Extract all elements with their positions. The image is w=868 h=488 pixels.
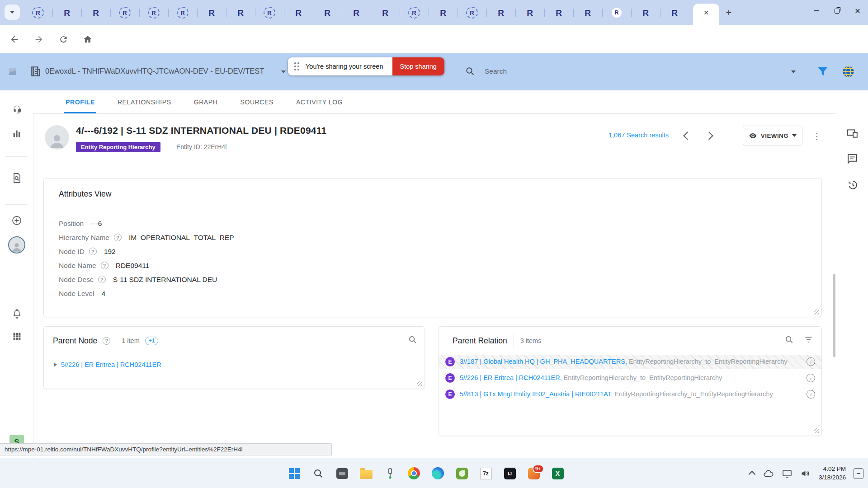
pinned-tab[interactable]: R xyxy=(52,4,81,22)
tenant-dropdown-icon[interactable] xyxy=(281,70,286,73)
globe-button[interactable] xyxy=(842,65,855,78)
taskbar-search-button[interactable] xyxy=(311,467,325,480)
relation-link[interactable]: 5//226 | ER Eritrea | RCH02411ER, xyxy=(460,374,562,381)
forward-button[interactable] xyxy=(30,30,48,48)
page-scrollbar[interactable] xyxy=(833,274,835,357)
pinned-tab[interactable]: R xyxy=(197,4,226,22)
pinned-tab[interactable]: R xyxy=(255,4,284,22)
volume-button[interactable] xyxy=(800,468,811,479)
drag-handle-icon[interactable] xyxy=(294,62,299,70)
parent-node-search-button[interactable] xyxy=(408,335,417,344)
support-button[interactable] xyxy=(8,101,26,119)
pinned-tab[interactable]: R xyxy=(24,4,52,22)
minimize-button[interactable] xyxy=(806,0,826,22)
relation-row[interactable]: E3//187 | Global Health HQ | GH_PHA_HEAD… xyxy=(439,355,821,369)
analytics-button[interactable] xyxy=(8,125,26,143)
parent-node-link[interactable]: 5//226 | ER Eritrea | RCH02411ER xyxy=(61,361,161,368)
taskbar-app-capture[interactable] xyxy=(383,467,397,480)
create-button[interactable] xyxy=(8,211,26,230)
devices-button[interactable] xyxy=(844,125,861,142)
close-tab-icon[interactable]: ✕ xyxy=(701,7,712,18)
tab-search-button[interactable] xyxy=(5,5,20,20)
start-button[interactable] xyxy=(288,467,301,480)
network-button[interactable] xyxy=(782,468,793,479)
resize-handle[interactable] xyxy=(814,310,819,314)
edge-button[interactable] xyxy=(431,467,445,480)
current-profile-button[interactable] xyxy=(8,236,26,254)
filter-button[interactable] xyxy=(816,65,829,78)
global-search-icon[interactable] xyxy=(465,66,475,76)
pinned-tab[interactable]: R xyxy=(110,4,139,22)
entity-menu-button[interactable]: ⋮ xyxy=(811,130,823,142)
previous-result-button[interactable] xyxy=(679,130,695,141)
close-window-button[interactable]: ✕ xyxy=(847,0,868,22)
notification-center-button[interactable] xyxy=(854,468,863,479)
pinned-tab[interactable]: R xyxy=(168,4,197,22)
viewing-mode-button[interactable]: VIEWING xyxy=(743,126,802,145)
pinned-tab[interactable]: R xyxy=(602,4,631,22)
search-scope-dropdown-icon[interactable] xyxy=(791,70,796,73)
taskbar-app-green[interactable] xyxy=(455,467,469,480)
intellij-button[interactable]: IJ xyxy=(503,467,517,480)
pinned-tab[interactable]: R xyxy=(139,4,168,22)
info-icon[interactable]: i xyxy=(807,374,815,382)
sevenzip-button[interactable]: 7z xyxy=(479,467,493,480)
onedrive-button[interactable] xyxy=(763,468,774,479)
stop-sharing-button[interactable]: Stop sharing xyxy=(392,57,444,75)
notifications-button[interactable] xyxy=(8,305,26,323)
extra-count-chip[interactable]: +1 xyxy=(145,337,159,345)
info-icon[interactable]: i xyxy=(807,357,815,366)
parent-node-tree-item[interactable]: 5//226 | ER Eritrea | RCH02411ER xyxy=(54,361,161,368)
pinned-tab[interactable]: R xyxy=(458,4,486,22)
restore-button[interactable] xyxy=(826,0,847,22)
history-button[interactable] xyxy=(844,176,861,193)
help-icon[interactable]: ? xyxy=(101,262,108,269)
share-banner-message[interactable]: You're sharing your screen xyxy=(288,57,392,75)
global-search-input[interactable]: Search xyxy=(485,67,507,75)
tab-profile[interactable]: PROFILE xyxy=(54,90,106,113)
pinned-tab[interactable]: R xyxy=(515,4,544,22)
tab-graph[interactable]: GRAPH xyxy=(183,90,229,113)
pinned-tab[interactable]: R xyxy=(660,4,689,22)
excel-button[interactable]: X xyxy=(551,467,565,480)
apps-button[interactable] xyxy=(8,327,26,345)
parent-relation-filter-button[interactable] xyxy=(804,335,813,344)
relation-row[interactable]: E5//226 | ER Eritrea | RCH02411ER, Entit… xyxy=(439,371,821,385)
pinned-tab[interactable]: R xyxy=(284,4,313,22)
help-icon[interactable]: ? xyxy=(98,276,106,283)
info-icon[interactable]: i xyxy=(807,390,815,399)
pinned-tab[interactable]: R xyxy=(486,4,515,22)
taskbar-app-terminal[interactable] xyxy=(335,467,349,480)
file-explorer-button[interactable] xyxy=(359,467,373,480)
pinned-tab[interactable]: R xyxy=(429,4,458,22)
comments-button[interactable] xyxy=(844,150,861,167)
tab-activity-log[interactable]: ACTIVITY LOG xyxy=(285,90,354,113)
pinned-tab[interactable]: R xyxy=(631,4,660,22)
tenant-title[interactable]: 0EwoxdL - TNHfFWaDXuvvHTQ-JTCwAON-DEV - … xyxy=(45,67,264,75)
pinned-tab[interactable]: R xyxy=(371,4,400,22)
next-result-button[interactable] xyxy=(701,130,717,141)
pinned-tab[interactable]: R xyxy=(573,4,602,22)
relation-link[interactable]: 5//813 | GTx Mngt Entity IE02_Austria | … xyxy=(460,390,613,398)
home-button[interactable] xyxy=(79,30,97,48)
relation-row[interactable]: E5//813 | GTx Mngt Entity IE02_Austria |… xyxy=(439,387,821,401)
reload-button[interactable] xyxy=(54,30,72,48)
taskbar-clock[interactable]: 4:02 PM 3/18/2026 xyxy=(819,465,846,481)
new-tab-button[interactable]: + xyxy=(722,6,735,19)
tab-sources[interactable]: SOURCES xyxy=(229,90,284,113)
pinned-tab[interactable]: R xyxy=(81,4,110,22)
resize-handle[interactable] xyxy=(814,428,819,433)
search-records-button[interactable] xyxy=(8,169,26,187)
pinned-tab[interactable]: R xyxy=(226,4,255,22)
relation-link[interactable]: 3//187 | Global Health HQ | GH_PHA_HEADQ… xyxy=(460,358,627,365)
help-icon[interactable]: ? xyxy=(103,337,110,345)
help-icon[interactable]: ? xyxy=(89,248,97,255)
chrome-button[interactable] xyxy=(407,467,421,480)
active-tab[interactable]: ✕ xyxy=(693,4,719,25)
pinned-tab[interactable]: R xyxy=(544,4,573,22)
back-button[interactable] xyxy=(5,30,24,48)
pinned-tab[interactable]: R xyxy=(342,4,371,22)
resize-handle[interactable] xyxy=(417,381,422,386)
mail-button[interactable]: 9+ xyxy=(527,467,541,480)
pinned-tab[interactable]: R xyxy=(313,4,342,22)
